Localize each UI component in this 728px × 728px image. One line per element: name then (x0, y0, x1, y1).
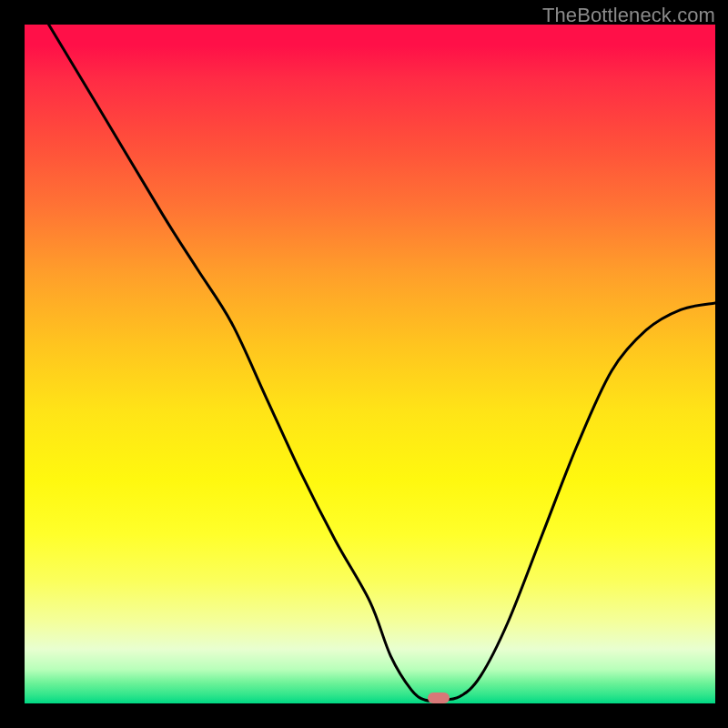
optimal-marker (428, 693, 450, 703)
chart-frame: TheBottleneck.com (0, 0, 728, 728)
curve-svg (25, 25, 715, 703)
watermark-text: TheBottleneck.com (542, 4, 715, 27)
plot-area (25, 25, 715, 703)
bottleneck-curve (49, 25, 715, 701)
